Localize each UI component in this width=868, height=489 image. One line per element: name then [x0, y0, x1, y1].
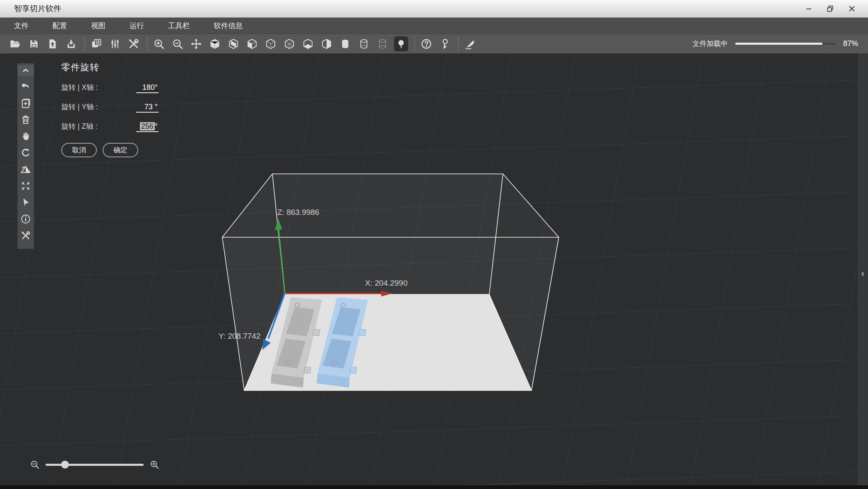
light-toggle-button[interactable]	[394, 36, 408, 51]
delete-part-button[interactable]	[17, 111, 34, 128]
z-axis-label: Z: 863.9986	[277, 208, 319, 217]
repair-part-button[interactable]	[17, 227, 34, 244]
view-wireframe-button[interactable]	[264, 36, 278, 51]
minimize-button[interactable]	[801, 2, 817, 15]
view-hidden-edges-button[interactable]	[282, 36, 296, 51]
rotation-x-label: 旋转 | X轴 :	[61, 82, 98, 92]
cube-half-icon	[321, 38, 332, 50]
license-key-button[interactable]	[438, 36, 452, 51]
cylinder-wireframe-view-button[interactable]	[357, 36, 371, 51]
save-file-button[interactable]	[27, 36, 41, 51]
cylinder-points-view-button[interactable]	[375, 36, 390, 51]
file-export-icon	[47, 39, 58, 49]
main-toolbar: 文件加载中 87%	[0, 34, 868, 54]
chevron-up-icon	[21, 65, 31, 75]
rotate-part-button[interactable]	[17, 145, 34, 161]
mirror-triangle-icon	[20, 164, 31, 175]
toolbar-separator	[147, 36, 148, 51]
right-panel-strip: ‹	[858, 54, 868, 485]
machine-panel-button[interactable]	[89, 36, 103, 51]
menu-item-software-info[interactable]: 软件信息	[214, 21, 243, 31]
menu-item-file[interactable]: 文件	[14, 21, 29, 31]
cancel-button[interactable]: 取消	[61, 143, 97, 157]
restore-button[interactable]	[822, 2, 838, 15]
tools-button[interactable]	[127, 36, 141, 51]
menu-bar: 文件配置视图运行工具栏软件信息	[0, 18, 868, 34]
open-folder-icon	[10, 38, 21, 50]
tools-cross-icon	[128, 38, 139, 50]
rotation-x-input[interactable]: 180°	[136, 83, 159, 93]
knife-icon	[464, 38, 476, 50]
close-button[interactable]	[844, 2, 860, 15]
expand-right-panel-button[interactable]: ‹	[858, 268, 868, 279]
cube-open-icon	[246, 38, 258, 50]
cube-solid-icon	[209, 38, 221, 50]
pan-button[interactable]	[17, 128, 34, 145]
bulb-icon	[396, 39, 406, 49]
zoom-in-button[interactable]	[152, 36, 166, 51]
menu-item-config[interactable]: 配置	[53, 21, 67, 31]
open-file-button[interactable]	[8, 36, 22, 51]
fit-view-button[interactable]	[17, 178, 34, 194]
zoom-in-icon[interactable]	[149, 460, 159, 470]
zoom-out-icon[interactable]	[30, 460, 40, 470]
cursor-arrow-icon	[21, 198, 31, 207]
info-circle-icon	[20, 214, 31, 224]
zoom-slider-thumb[interactable]	[61, 461, 69, 469]
menu-item-view[interactable]: 视图	[91, 21, 106, 31]
save-icon	[29, 39, 39, 49]
loading-status: 文件加载中 87%	[692, 39, 868, 48]
undo-button[interactable]	[17, 78, 34, 95]
view-half-section-button[interactable]	[320, 36, 334, 51]
zoom-out-icon	[172, 38, 183, 50]
menu-item-run[interactable]: 运行	[130, 21, 144, 31]
close-icon	[848, 5, 856, 12]
zoom-slider[interactable]	[46, 464, 144, 466]
bottom-edge	[0, 485, 868, 489]
rotation-y-label: 旋转 | Y轴 :	[61, 102, 98, 112]
mirror-part-button[interactable]	[17, 161, 34, 178]
cube-dotted-icon	[265, 38, 277, 50]
x-axis-label: X: 204.2990	[365, 279, 407, 287]
rotation-z-label: 旋转 | Z轴 :	[61, 121, 97, 131]
ok-button[interactable]: 确定	[103, 143, 138, 157]
minimize-icon	[805, 5, 813, 12]
slice-knife-button[interactable]	[463, 36, 477, 51]
crossed-tools-icon	[20, 230, 31, 241]
rotation-z-row: 旋转 | Z轴 :256°	[61, 121, 159, 132]
doc-plus-icon	[20, 98, 31, 108]
cube-sheet-icon	[228, 38, 239, 50]
view-bottom-button[interactable]	[301, 36, 315, 51]
part-rotation-panel: 零件旋转 旋转 | X轴 :180°旋转 | Y轴 :73 °旋转 | Z轴 :…	[61, 61, 159, 157]
loading-percent: 87%	[843, 39, 858, 48]
import-file-button[interactable]	[64, 36, 78, 51]
rotation-z-input[interactable]: 256°	[136, 122, 159, 132]
menu-item-toolbar[interactable]: 工具栏	[168, 21, 190, 31]
y-axis-label: Y: 208.7742	[219, 332, 260, 340]
add-part-button[interactable]	[17, 95, 34, 111]
part-info-button[interactable]	[17, 211, 34, 227]
help-button[interactable]	[419, 36, 433, 51]
export-file-button[interactable]	[46, 36, 60, 51]
restore-icon	[827, 5, 834, 12]
view-plane-button[interactable]	[226, 36, 240, 51]
toolbar-separator	[414, 36, 415, 51]
zoom-out-button[interactable]	[171, 36, 185, 51]
rotation-x-value: 180	[142, 83, 155, 92]
title-bar: 智享切片软件	[0, 0, 868, 18]
import-tray-icon	[66, 39, 77, 49]
rotation-z-value: 256	[140, 122, 155, 130]
toolbar-separator	[84, 36, 85, 51]
cylinder-solid-view-button[interactable]	[338, 36, 352, 51]
select-button[interactable]	[17, 194, 34, 211]
rotation-y-value: 73	[144, 103, 153, 111]
view-solid-button[interactable]	[208, 36, 222, 51]
app-title: 智享切片软件	[14, 3, 61, 14]
parameter-sliders-button[interactable]	[108, 36, 122, 51]
rotation-x-row: 旋转 | X轴 :180°	[61, 82, 159, 93]
move-button[interactable]	[189, 36, 203, 51]
view-open-button[interactable]	[245, 36, 259, 51]
collapse-panel-button[interactable]	[17, 65, 34, 76]
rotation-y-input[interactable]: 73 °	[136, 103, 159, 113]
tool-sidebar	[17, 63, 34, 249]
